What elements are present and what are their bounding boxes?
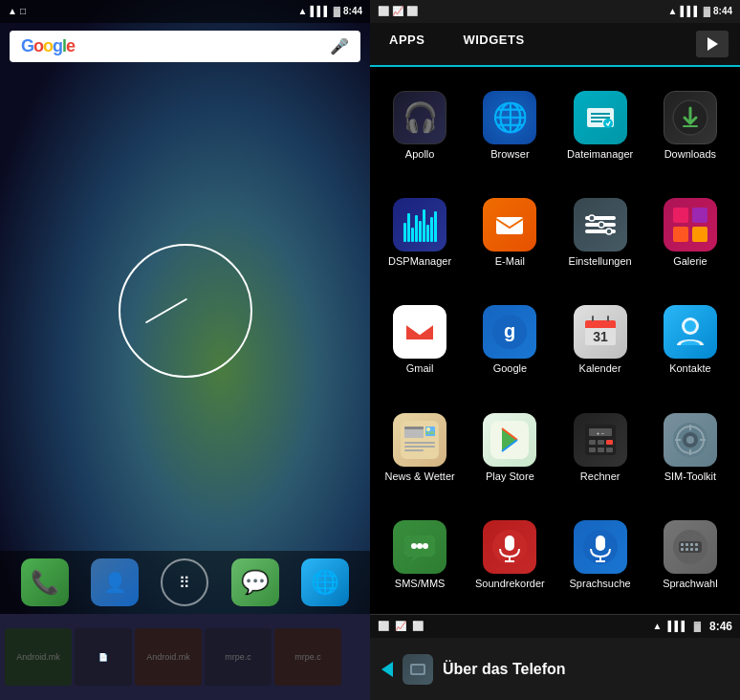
app-sprachsuche[interactable]: Sprachsuche xyxy=(555,502,645,609)
tab-apps[interactable]: APPS xyxy=(370,23,444,67)
svg-rect-69 xyxy=(690,543,693,546)
dock-bar: 📞 👤 ⠿ 💬 🌐 xyxy=(0,551,370,614)
recent-app-1[interactable]: Android.mk xyxy=(5,628,72,686)
bottom-status-bar: ⬜ 📈 ⬜ ▲ ▌▌▌ ▓ 8:46 xyxy=(370,615,740,638)
app-browser[interactable]: 🌐 Browser xyxy=(465,72,555,179)
svg-rect-38 xyxy=(598,440,604,445)
svg-rect-39 xyxy=(606,440,613,445)
status-icons-right-right: ▲ ▌▌▌ ▓ 8:44 xyxy=(668,7,732,16)
galerie-svg xyxy=(671,206,709,244)
app-downloads[interactable]: Downloads xyxy=(645,72,735,179)
soundrekorder-icon xyxy=(483,520,536,574)
svg-rect-73 xyxy=(690,548,693,551)
svg-point-56 xyxy=(423,543,428,549)
signal-icon-left: ▌▌▌ xyxy=(310,7,330,16)
svg-rect-37 xyxy=(589,440,596,445)
mic-icon[interactable]: 🎤 xyxy=(330,37,349,55)
bottom-chart-icon: 📈 xyxy=(395,622,406,631)
wifi-icon-right: ▲ xyxy=(668,7,678,16)
app-soundrekorder[interactable]: Soundrekorder xyxy=(465,502,555,609)
sprachwahl-label: Sprachwahl xyxy=(663,578,717,590)
app-sprachwahl[interactable]: Sprachwahl xyxy=(645,502,735,609)
app-rechner[interactable]: + − Rechner xyxy=(555,394,645,501)
google-app-icon: g xyxy=(483,305,536,359)
playstore-svg xyxy=(490,421,529,459)
sprachsuche-icon xyxy=(574,520,627,574)
email-svg xyxy=(492,208,527,242)
app-playstore[interactable]: Play Store xyxy=(465,394,555,501)
app-galerie[interactable]: Galerie xyxy=(645,179,735,286)
left-home-screen: ▲ □ ▲ ▌▌▌ ▓ 8:44 Google 🎤 xyxy=(0,0,370,614)
recent-app-4[interactable]: mrpe.c xyxy=(205,628,272,686)
play-store-btn[interactable] xyxy=(685,23,740,65)
sprachwahl-icon xyxy=(664,520,717,574)
recent-app-5[interactable]: mrpe.c xyxy=(274,628,341,686)
time-right: 8:44 xyxy=(713,7,732,16)
gmail-icon xyxy=(393,305,446,359)
app-email[interactable]: E-Mail xyxy=(465,179,555,286)
app-gmail[interactable]: Gmail xyxy=(375,287,465,394)
tab-widgets[interactable]: WIDGETS xyxy=(444,23,543,65)
soundrekorder-svg xyxy=(490,528,529,566)
sim-icon: □ xyxy=(20,7,26,16)
svg-rect-29 xyxy=(404,442,435,444)
svg-point-55 xyxy=(417,543,423,549)
image-icon-right: ⬜ xyxy=(378,7,389,16)
svg-rect-31 xyxy=(404,449,424,451)
google-search-bar[interactable]: Google 🎤 xyxy=(10,31,360,62)
kalender-label: Kalender xyxy=(579,362,621,375)
app-dspmanager[interactable]: DSPManager xyxy=(375,179,465,286)
svg-point-10 xyxy=(606,229,612,234)
app-einstellungen[interactable]: Einstellungen xyxy=(555,179,645,286)
smsmms-svg xyxy=(401,528,439,566)
bottom-notification[interactable]: Über das Telefon xyxy=(370,638,740,700)
chart-icon-right: 📈 xyxy=(392,7,403,16)
app-google[interactable]: g Google xyxy=(465,287,555,394)
recent-app-2[interactable]: 📄 xyxy=(75,628,132,686)
app-apollo[interactable]: 🎧 Apollo xyxy=(375,72,465,179)
news-icon xyxy=(393,413,446,467)
playstore-label: Play Store xyxy=(486,470,534,483)
dock-contacts[interactable]: 👤 xyxy=(91,558,139,606)
svg-rect-14 xyxy=(692,227,707,242)
dsp-bars xyxy=(403,208,437,242)
download-icon-right: ⬜ xyxy=(406,7,418,16)
battery-icon-left: ▓ xyxy=(334,7,340,16)
app-simtoolkit[interactable]: SIM-Toolkit xyxy=(645,394,735,501)
svg-rect-72 xyxy=(686,548,688,551)
svg-point-54 xyxy=(411,543,417,549)
svg-rect-66 xyxy=(679,541,702,553)
app-news-wetter[interactable]: News & Wetter xyxy=(375,394,465,501)
svg-rect-48 xyxy=(689,425,691,430)
svg-rect-49 xyxy=(689,449,691,455)
dock-phone[interactable]: 📞 xyxy=(21,558,69,606)
browser-app-icon: 🌐 xyxy=(483,91,536,144)
svg-rect-28 xyxy=(404,427,424,429)
app-dateimanager[interactable]: Dateimanager xyxy=(555,72,645,179)
app-smsmms[interactable]: SMS/MMS xyxy=(375,502,465,609)
svg-rect-3 xyxy=(683,125,698,127)
dateimanager-icon xyxy=(574,91,627,144)
svg-rect-50 xyxy=(675,439,681,441)
bottom-dl-icon: ⬜ xyxy=(412,622,424,631)
app-kontakte[interactable]: Kontakte xyxy=(645,287,735,394)
dock-app-drawer[interactable]: ⠿ xyxy=(161,558,208,606)
dock-messaging[interactable]: 💬 xyxy=(231,558,279,606)
signal-icon-right: ▌▌▌ xyxy=(680,7,700,16)
bottom-img-icon: ⬜ xyxy=(378,622,389,631)
app-kalender[interactable]: 31 Kalender xyxy=(555,287,645,394)
clock-hand-minute xyxy=(144,297,186,323)
recent-apps-inner: Android.mk 📄 Android.mk mrpe.c mrpe.c xyxy=(0,614,370,700)
recent-app-3[interactable]: Android.mk xyxy=(135,628,202,686)
dock-browser[interactable]: 🌐 xyxy=(301,558,349,606)
wifi-icon-left: ▲ xyxy=(298,7,308,16)
apps-grid: 🎧 Apollo 🌐 Browser Da xyxy=(370,67,740,614)
rechner-svg: + − xyxy=(581,421,620,459)
svg-point-33 xyxy=(426,427,430,431)
downloads-icon xyxy=(664,91,717,144)
soundrekorder-label: Soundrekorder xyxy=(475,578,545,590)
google-logo: Google xyxy=(21,36,75,56)
svg-rect-11 xyxy=(673,208,688,223)
bottom-signal-icon: ▌▌▌ xyxy=(667,622,687,631)
svg-rect-12 xyxy=(692,208,707,223)
